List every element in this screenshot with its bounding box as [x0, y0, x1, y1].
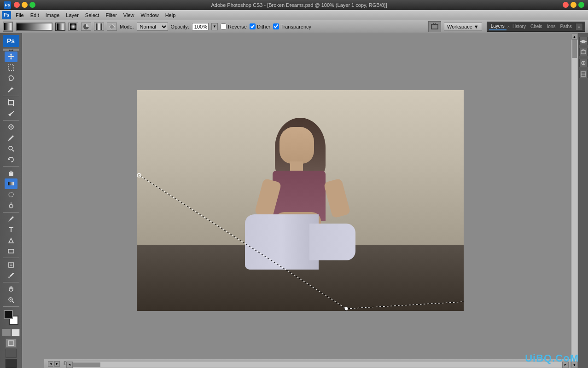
- panel-tabs-strip: Layers × Hstory Chels Ions Paths »: [487, 22, 585, 32]
- crop-tool[interactable]: [5, 98, 17, 108]
- opacity-arrow[interactable]: ▼: [211, 23, 218, 30]
- text-tool[interactable]: [5, 224, 17, 235]
- uibq-watermark: UiBQ.CoM: [525, 352, 579, 364]
- fg-color-swatch[interactable]: [4, 310, 13, 319]
- canvas-rotation-tool[interactable]: [428, 21, 441, 32]
- workspace-button[interactable]: Workspace ▼: [444, 23, 482, 31]
- fullscreen-mode[interactable]: [6, 359, 17, 368]
- svg-point-12: [9, 146, 12, 150]
- panel-tab-channels[interactable]: Chels: [529, 23, 544, 30]
- transparency-checkbox[interactable]: [273, 23, 279, 29]
- gradient-tool[interactable]: [5, 178, 17, 189]
- menu-filter[interactable]: Filter: [103, 12, 119, 19]
- menu-view[interactable]: View: [121, 12, 137, 19]
- rect-select-tool[interactable]: [5, 63, 17, 73]
- dither-checkbox[interactable]: [250, 23, 256, 29]
- standard-mode[interactable]: [12, 329, 20, 336]
- canvas-area[interactable]: ◄ ► Doc: 970.7K/2.89M www.78ps.com ◄ ► ▲…: [22, 33, 578, 368]
- reverse-label: Reverse: [228, 24, 247, 29]
- healing-brush-tool[interactable]: [5, 122, 17, 132]
- h-scroll-track[interactable]: [73, 362, 562, 368]
- minimize-btn-yellow[interactable]: [22, 2, 28, 8]
- close-btn-red[interactable]: [14, 2, 20, 8]
- menu-file[interactable]: File: [13, 12, 27, 19]
- svg-rect-6: [431, 24, 438, 29]
- lasso-tool[interactable]: [5, 73, 17, 83]
- minimize-btn-yellow-r[interactable]: [571, 2, 576, 8]
- gradient-style-radial[interactable]: [68, 23, 78, 31]
- magic-wand-tool[interactable]: [5, 84, 17, 94]
- tool-separator-4: [3, 212, 19, 213]
- close-btn-red-r[interactable]: [563, 2, 569, 8]
- menu-help[interactable]: Help: [163, 12, 179, 19]
- zoom-tool[interactable]: [5, 295, 17, 305]
- scroll-left-btn[interactable]: ◄: [66, 362, 73, 368]
- v-scroll-track[interactable]: [572, 40, 577, 362]
- window-controls-left: [14, 2, 35, 8]
- panel-tab-x-layers[interactable]: ×: [507, 24, 510, 29]
- panel-tab-history[interactable]: Hstory: [511, 23, 528, 30]
- shape-tool[interactable]: [5, 246, 17, 256]
- standard-screen-mode[interactable]: [6, 339, 17, 348]
- gradient-style-linear[interactable]: [55, 23, 65, 31]
- tool-separator-1: [3, 96, 19, 96]
- panel-tab-paths[interactable]: Ions: [545, 23, 558, 30]
- fullscreen-menu-mode[interactable]: [6, 349, 17, 358]
- right-scrollbar[interactable]: ▲ ▼: [571, 33, 578, 368]
- hand-tool[interactable]: [5, 284, 17, 294]
- status-arrows[interactable]: ◄ ►: [48, 361, 60, 367]
- window-title: Adobe Photoshop CS3 - [Broken Dreams.psd…: [35, 2, 563, 8]
- menu-window[interactable]: Window: [138, 12, 162, 19]
- pen-tool[interactable]: [5, 214, 17, 224]
- quick-mask-mode[interactable]: [2, 329, 11, 336]
- blur-tool[interactable]: [5, 190, 17, 200]
- maximize-btn-green-r[interactable]: [578, 2, 584, 8]
- notes-tool[interactable]: [5, 259, 17, 270]
- tool-preset-picker[interactable]: [3, 22, 13, 32]
- svg-rect-14: [9, 172, 13, 176]
- right-tool-2[interactable]: [579, 59, 588, 67]
- toolbar-collapse[interactable]: ▶◀: [3, 48, 19, 51]
- h-scroll-thumb[interactable]: [73, 362, 100, 367]
- reverse-checkbox[interactable]: [221, 23, 227, 29]
- v-scroll-thumb[interactable]: [572, 40, 577, 58]
- tool-separator-5: [3, 258, 19, 258]
- gradient-style-diamond[interactable]: [107, 23, 117, 31]
- collapse-right-btn[interactable]: ◀▶: [579, 37, 588, 45]
- brush-tool[interactable]: [5, 132, 17, 143]
- path-select-tool[interactable]: [5, 235, 17, 245]
- right-tool-3[interactable]: [579, 70, 588, 78]
- panel-menu-btn[interactable]: »: [576, 23, 583, 30]
- eyedropper-tool-2[interactable]: [5, 270, 17, 281]
- reverse-checkbox-group[interactable]: Reverse: [221, 23, 247, 29]
- canvas-image: [137, 90, 464, 311]
- transparency-checkbox-group[interactable]: Transparency: [273, 23, 311, 29]
- maximize-btn-green[interactable]: [29, 2, 35, 8]
- menu-select[interactable]: Select: [82, 12, 102, 19]
- menu-edit[interactable]: Edit: [28, 12, 42, 19]
- menu-layer[interactable]: Layer: [63, 12, 82, 19]
- move-tool[interactable]: [5, 52, 17, 62]
- gradient-style-angle[interactable]: [81, 23, 91, 31]
- opacity-input[interactable]: 100%: [192, 23, 209, 30]
- svg-rect-29: [8, 341, 14, 345]
- figure-head: [279, 127, 314, 164]
- panel-tab-layers[interactable]: Layers: [489, 23, 506, 30]
- svg-line-13: [12, 150, 14, 151]
- menu-image[interactable]: Image: [43, 12, 63, 19]
- dither-checkbox-group[interactable]: Dither: [250, 23, 270, 29]
- dodge-tool[interactable]: [5, 200, 17, 210]
- right-tool-1[interactable]: [579, 48, 588, 56]
- eyedropper-tool[interactable]: [5, 108, 17, 118]
- clone-stamp-tool[interactable]: [5, 144, 17, 154]
- history-brush-tool[interactable]: [5, 154, 17, 164]
- color-swatch-area[interactable]: [4, 310, 18, 325]
- panel-tab-more[interactable]: Paths: [558, 23, 574, 30]
- fg-bg-swatches[interactable]: [4, 310, 18, 325]
- gradient-style-reflected[interactable]: [94, 23, 104, 31]
- gradient-preview[interactable]: [16, 23, 52, 31]
- eraser-tool[interactable]: [5, 168, 17, 178]
- horizontal-scrollbar[interactable]: ◄ ►: [66, 361, 569, 368]
- mode-select[interactable]: Normal Dissolve Multiply Screen Overlay: [137, 23, 168, 31]
- scroll-up-btn[interactable]: ▲: [571, 33, 578, 40]
